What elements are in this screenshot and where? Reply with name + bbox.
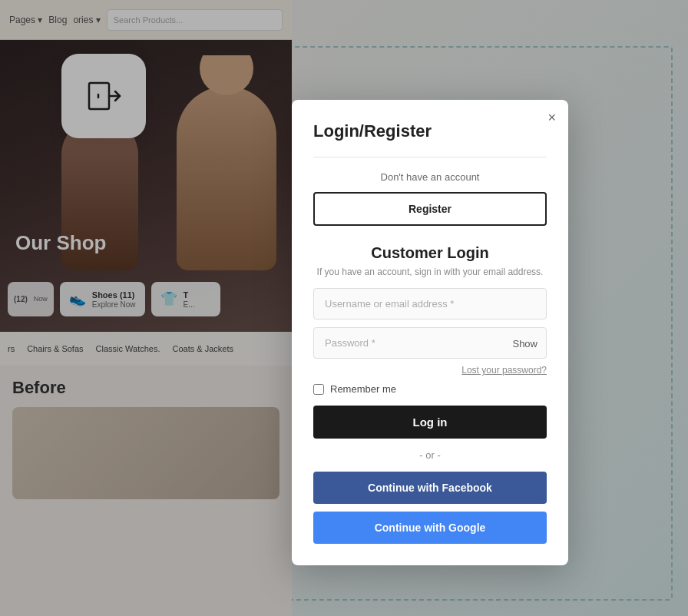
google-button[interactable]: Continue with Google [313,512,547,544]
remember-me-container: Remember me [313,383,547,395]
customer-login-title: Customer Login [313,244,547,262]
facebook-button[interactable]: Continue with Facebook [313,472,547,504]
close-button[interactable]: × [547,111,556,124]
username-input[interactable] [313,288,547,320]
or-divider: - or - [313,449,547,461]
register-button[interactable]: Register [313,192,547,226]
remember-me-checkbox[interactable] [313,384,324,395]
login-modal: × Login/Register Don't have an account R… [292,100,568,565]
login-button[interactable]: Log in [313,406,547,439]
lost-password-link[interactable]: Lost your password? [313,365,547,376]
modal-title: Login/Register [313,121,547,141]
no-account-text: Don't have an account [313,171,547,183]
customer-login-sub: If you have an account, sign in with you… [313,267,547,277]
password-wrapper: Show [313,327,547,359]
remember-me-label: Remember me [330,383,396,395]
password-input[interactable] [313,327,547,359]
show-password-button[interactable]: Show [512,337,538,349]
modal-divider [313,157,547,157]
